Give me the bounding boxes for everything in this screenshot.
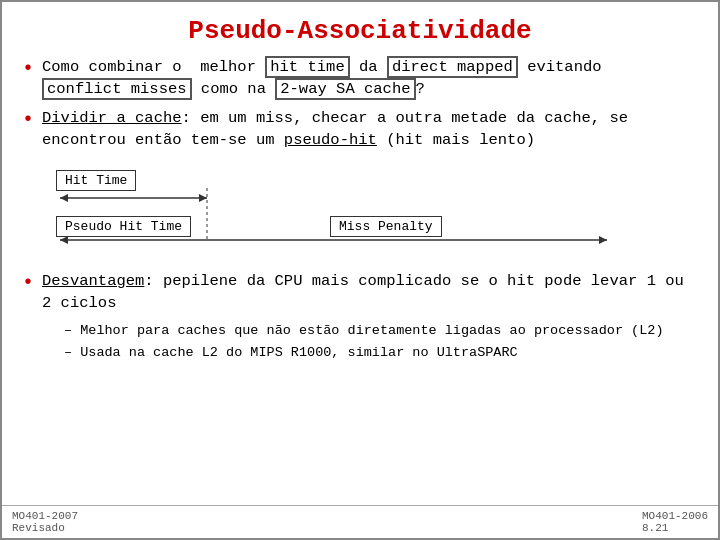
bullet-3: • Desvantagem: pepilene da CPU mais comp… bbox=[22, 270, 690, 315]
svg-marker-1 bbox=[60, 194, 68, 202]
pseudo-hit-text: pseudo-hit bbox=[284, 131, 377, 149]
bullet-dot-3: • bbox=[22, 268, 34, 297]
svg-marker-5 bbox=[599, 236, 607, 244]
slide: Pseudo-Associatividade • Como combinar o… bbox=[0, 0, 720, 540]
desvantagem-section: • Desvantagem: pepilene da CPU mais comp… bbox=[22, 270, 690, 366]
bullet-2-text: Dividir a cache: em um miss, checar a ou… bbox=[42, 107, 690, 152]
dividir-cache-text: Dividir a cache bbox=[42, 109, 182, 127]
bullet-1-text: Como combinar o melhor hit time da direc… bbox=[42, 56, 690, 101]
footer: MO401-2007 Revisado MO401-2006 8.21 bbox=[2, 505, 718, 538]
miss-penalty-box: Miss Penalty bbox=[330, 216, 442, 237]
slide-body: • Como combinar o melhor hit time da dir… bbox=[2, 56, 718, 505]
footer-left-line2: Revisado bbox=[12, 522, 78, 534]
pseudo-hit-time-box: Pseudo Hit Time bbox=[56, 216, 191, 237]
svg-marker-2 bbox=[199, 194, 207, 202]
slide-title: Pseudo-Associatividade bbox=[2, 2, 718, 56]
diagram-container: Hit Time Pseudo Hit Time Miss Penalty bbox=[52, 168, 632, 253]
footer-left: MO401-2007 Revisado bbox=[12, 510, 78, 534]
bullet-1: • Como combinar o melhor hit time da dir… bbox=[22, 56, 690, 101]
bullet-3-text: Desvantagem: pepilene da CPU mais compli… bbox=[42, 270, 690, 315]
footer-right-line1: MO401-2006 bbox=[642, 510, 708, 522]
diagram-arrows bbox=[52, 168, 632, 253]
footer-right: MO401-2006 8.21 bbox=[642, 510, 708, 534]
conflict-misses-highlight: conflict misses bbox=[42, 78, 192, 100]
bullet-dot-1: • bbox=[22, 54, 34, 83]
hit-time-highlight: hit time bbox=[265, 56, 349, 78]
footer-left-line1: MO401-2007 bbox=[12, 510, 78, 522]
sub-bullet-1: Melhor para caches que não estão diretam… bbox=[64, 321, 690, 341]
sub-bullet-2: Usada na cache L2 do MIPS R1000, similar… bbox=[64, 343, 690, 363]
hit-time-box: Hit Time bbox=[56, 170, 136, 191]
footer-right-line2: 8.21 bbox=[642, 522, 708, 534]
direct-mapped-highlight: direct mapped bbox=[387, 56, 518, 78]
bullet-dot-2: • bbox=[22, 105, 34, 134]
desvantagem-text: Desvantagem bbox=[42, 272, 144, 290]
diagram-section: Hit Time Pseudo Hit Time Miss Penalty bbox=[52, 168, 690, 258]
2way-sa-highlight: 2-way SA cache bbox=[275, 78, 415, 100]
bullet-2: • Dividir a cache: em um miss, checar a … bbox=[22, 107, 690, 152]
svg-marker-4 bbox=[60, 236, 68, 244]
